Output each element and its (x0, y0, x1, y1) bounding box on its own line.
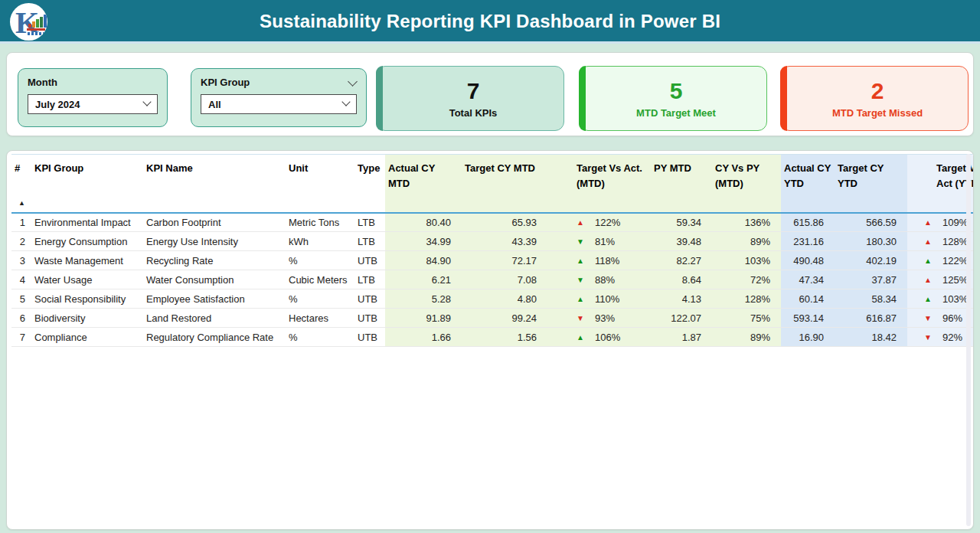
percent-value: 128% (942, 236, 968, 247)
cell-target_vs_act_mtd: ▲122% (547, 213, 651, 232)
logo-text (27, 28, 45, 31)
column-header-group[interactable]: KPI Group (31, 155, 143, 213)
cell-target_cy_ytd: 58.34 (835, 289, 907, 309)
cell-target_vs_act_mtd: ▲106% (547, 328, 651, 347)
month-dropdown[interactable]: July 2024 (28, 94, 158, 114)
arrow-up-icon: ▲ (924, 276, 935, 284)
cell-actual_cy_ytd: 47.34 (781, 270, 835, 289)
cell-num: 6 (11, 309, 31, 328)
arrow-up-icon: ▲ (924, 218, 935, 227)
mtd-target-meet-card: 5 MTD Target Meet (579, 66, 767, 131)
cell-group: Compliance (31, 328, 143, 347)
cell-group: Waste Management (31, 251, 143, 270)
percent-value: 125% (942, 274, 968, 286)
column-header-target_cy_mtd[interactable]: Target CY MTD (462, 155, 547, 213)
cell-target_vs_act_mtd: ▲118% (547, 251, 651, 270)
table-row: 5Social ResponsibilityEmployee Satisfact… (11, 289, 974, 309)
arrow-up-icon: ▲ (924, 295, 935, 303)
cell-target_vs_act_ytd: ▲122% (907, 251, 974, 270)
cell-target_cy_mtd: 43.39 (462, 232, 547, 251)
column-header-cy_vs_py_mtd[interactable]: CY Vs PY (MTD) (712, 155, 781, 213)
cell-num: 2 (11, 232, 31, 251)
sort-ascending-icon[interactable]: ▲ (18, 198, 25, 209)
cell-unit: % (286, 251, 354, 270)
cell-py_mtd: 122.07 (651, 309, 712, 328)
kpi-group-slicer: KPI Group All (191, 68, 367, 127)
month-slicer: Month July 2024 (18, 68, 168, 127)
cell-num: 1 (11, 213, 31, 232)
column-header-name[interactable]: KPI Name (143, 155, 286, 213)
percent-value: 103% (942, 293, 968, 305)
cell-type: UTB (354, 289, 385, 309)
cell-actual_cy_ytd: 60.14 (781, 289, 835, 309)
cell-py_mtd: 4.13 (651, 289, 712, 309)
percent-value: 122% (942, 255, 968, 266)
column-header-num[interactable]: #▲ (11, 155, 31, 213)
table-row: 4Water UsageWater ConsumptionCubic Meter… (11, 270, 974, 289)
cell-actual_cy_ytd: 490.48 (781, 251, 835, 270)
cell-group: Biodiversity (31, 309, 143, 328)
cell-type: UTB (354, 251, 385, 270)
arrow-down-icon: ▼ (924, 333, 935, 342)
slicer-collapse-chevron-icon[interactable] (348, 78, 357, 87)
column-header-target_cy_ytd[interactable]: Target CY YTD (835, 155, 907, 213)
percent-value: 110% (595, 293, 619, 305)
arrow-down-icon: ▼ (577, 237, 587, 246)
cell-cy_vs_py_mtd: 128% (712, 289, 781, 309)
cell-actual_cy_mtd: 6.21 (385, 270, 462, 289)
percent-value: 106% (595, 332, 620, 343)
cell-group: Energy Consumption (31, 232, 143, 251)
cell-target_cy_ytd: 37.87 (835, 270, 907, 289)
cell-unit: Cubic Meters (286, 270, 354, 289)
logo-stars (28, 32, 44, 35)
mtd-target-meet-value: 5 (670, 78, 683, 105)
vertical-scrollbar[interactable] (966, 154, 971, 526)
cell-py_mtd: 59.34 (651, 213, 712, 232)
cell-unit: Hectares (286, 309, 354, 328)
arrow-up-icon: ▲ (577, 218, 587, 227)
cell-target_cy_mtd: 99.24 (462, 309, 547, 328)
column-header-py_mtd[interactable]: PY MTD (651, 155, 712, 213)
column-header-actual_cy_ytd[interactable]: Actual CY YTD (781, 155, 835, 213)
cell-target_vs_act_ytd: ▲109% (907, 213, 974, 232)
percent-value: 109% (942, 217, 968, 228)
cell-num: 3 (11, 251, 31, 270)
cell-name: Carbon Footprint (143, 213, 286, 232)
column-header-type[interactable]: Type (354, 155, 385, 213)
cell-group: Water Usage (31, 270, 143, 289)
mtd-target-missed-value: 2 (871, 78, 884, 105)
cell-actual_cy_mtd: 91.89 (385, 309, 462, 328)
cell-target_vs_act_ytd: ▼92% (907, 328, 974, 347)
cell-name: Recycling Rate (143, 251, 286, 270)
column-header-unit[interactable]: Unit (286, 155, 354, 213)
arrow-down-icon: ▼ (577, 314, 587, 322)
cell-target_cy_mtd: 65.93 (462, 213, 547, 232)
cell-name: Water Consumption (143, 270, 286, 289)
column-header-actual_cy_mtd[interactable]: Actual CY MTD (385, 155, 462, 213)
cell-actual_cy_mtd: 80.40 (385, 213, 462, 232)
cell-cy_vs_py_mtd: 89% (712, 232, 781, 251)
cell-name: Land Restored (143, 309, 286, 328)
cell-target_cy_ytd: 18.42 (835, 328, 907, 347)
percent-value: 93% (595, 312, 615, 324)
cell-target_vs_act_mtd: ▼93% (547, 309, 651, 328)
filters-and-cards-panel: Month July 2024 KPI Group All 7 Total KP… (6, 52, 974, 136)
cell-cy_vs_py_mtd: 75% (712, 309, 781, 328)
cell-py_mtd: 39.48 (651, 232, 712, 251)
column-header-target_vs_act_ytd[interactable]: Target Vs Act (YTD) (907, 155, 974, 213)
cell-num: 7 (11, 328, 31, 347)
cell-target_vs_act_mtd: ▼88% (547, 270, 651, 289)
arrow-up-icon: ▲ (577, 257, 587, 265)
cell-unit: % (286, 328, 354, 347)
percent-value: 92% (942, 332, 962, 343)
cell-py_mtd: 1.87 (651, 328, 712, 347)
title-banner: K Sustainability Reporting KPI Dashboard… (0, 0, 980, 44)
column-header-target_vs_act_mtd[interactable]: Target Vs Act. (MTD) (547, 155, 651, 213)
kpi-group-dropdown[interactable]: All (201, 94, 357, 114)
mtd-target-meet-label: MTD Target Meet (636, 107, 716, 119)
percent-value: 122% (595, 217, 620, 228)
cell-target_cy_mtd: 1.56 (462, 328, 547, 347)
cell-target_vs_act_mtd: ▲110% (547, 289, 651, 309)
cell-cy_vs_py_mtd: 89% (712, 328, 781, 347)
month-slicer-label: Month (28, 77, 158, 88)
